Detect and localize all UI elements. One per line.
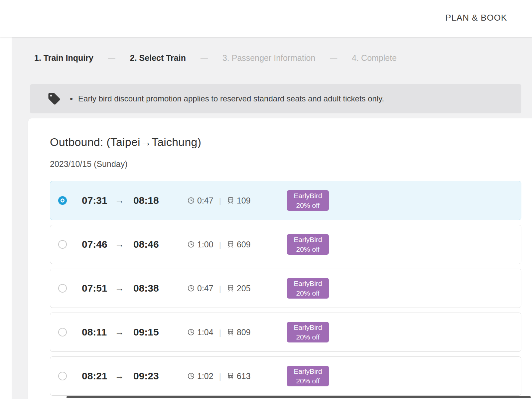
step-complete: 4. Complete xyxy=(352,53,397,63)
badge-line1: EarlyBird xyxy=(287,323,329,332)
train-icon xyxy=(227,329,234,336)
earlybird-badge: EarlyBird 20% off xyxy=(287,190,329,211)
badge-line2: 20% off xyxy=(287,376,329,386)
outbound-results-card: Outbound: (Taipei→Taichung) 2023/10/15 (… xyxy=(28,118,532,399)
badge-line2: 20% off xyxy=(287,244,329,254)
earlybird-badge: EarlyBird 20% off xyxy=(287,234,329,255)
train-meta: 1:04 | 809 xyxy=(187,328,251,337)
train-icon xyxy=(227,197,234,204)
depart-time: 07:46 xyxy=(82,239,107,250)
arrive-time: 09:15 xyxy=(133,327,159,338)
depart-time: 07:51 xyxy=(82,283,107,294)
divider: | xyxy=(219,240,221,249)
plan-and-book-nav[interactable]: PLAN & BOOK xyxy=(445,13,507,23)
clock-icon xyxy=(187,197,195,204)
train-row[interactable]: 08:11 → 09:15 1:04 | 809 EarlyBird 20% o… xyxy=(50,313,521,352)
arrive-time: 08:46 xyxy=(133,239,159,250)
divider: | xyxy=(219,196,221,205)
depart-time: 07:31 xyxy=(82,195,107,206)
promo-notice-banner: • Early bird discount promotion applies … xyxy=(30,84,521,113)
arrow-right-icon: → xyxy=(115,283,124,294)
train-number: 205 xyxy=(237,284,251,293)
duration-text: 0:47 xyxy=(197,284,213,293)
train-radio[interactable] xyxy=(58,196,67,205)
duration-text: 0:47 xyxy=(197,196,213,205)
arrow-right-icon: → xyxy=(115,239,124,250)
duration-text: 1:02 xyxy=(197,371,213,381)
train-radio[interactable] xyxy=(58,372,67,380)
train-number: 609 xyxy=(237,240,251,249)
booking-stepper: 1. Train Inquiry — 2. Select Train — 3. … xyxy=(34,37,532,63)
train-meta: 1:02 | 613 xyxy=(187,371,251,381)
arrow-right-icon: → xyxy=(115,327,124,337)
tag-icon xyxy=(47,92,61,106)
earlybird-badge: EarlyBird 20% off xyxy=(287,366,329,386)
badge-line1: EarlyBird xyxy=(287,279,329,288)
outbound-date: 2023/10/15 (Sunday) xyxy=(50,159,532,169)
depart-time: 08:21 xyxy=(82,370,107,382)
earlybird-badge: EarlyBird 20% off xyxy=(287,322,329,342)
arrive-time: 09:23 xyxy=(133,370,159,382)
train-row[interactable]: 07:51 → 08:38 0:47 | 205 EarlyBird 20% o… xyxy=(50,269,521,308)
horizontal-scrollbar-thumb[interactable] xyxy=(66,396,531,398)
train-radio[interactable] xyxy=(58,240,67,249)
train-icon xyxy=(227,241,234,248)
clock-icon xyxy=(187,285,195,292)
earlybird-badge: EarlyBird 20% off xyxy=(287,278,329,299)
train-meta: 0:47 | 205 xyxy=(187,284,251,293)
train-row[interactable]: 08:21 → 09:23 1:02 | 613 EarlyBird 20% o… xyxy=(50,356,521,396)
train-radio[interactable] xyxy=(58,284,67,293)
depart-time: 08:11 xyxy=(82,327,107,338)
arrive-time: 08:38 xyxy=(133,283,159,294)
train-icon xyxy=(227,372,234,380)
page-background: 1. Train Inquiry — 2. Select Train — 3. … xyxy=(12,37,532,399)
badge-line2: 20% off xyxy=(287,288,329,298)
train-row[interactable]: 07:46 → 08:46 1:00 | 609 EarlyBird 20% o… xyxy=(50,225,521,264)
duration-text: 1:04 xyxy=(197,328,213,337)
badge-line2: 20% off xyxy=(287,332,329,342)
step-train-inquiry[interactable]: 1. Train Inquiry xyxy=(34,53,93,63)
step-separator: — xyxy=(330,54,337,63)
outbound-title: Outbound: (Taipei→Taichung) xyxy=(50,136,532,149)
step-separator: — xyxy=(108,54,115,63)
duration-text: 1:00 xyxy=(197,240,213,249)
badge-line1: EarlyBird xyxy=(287,366,329,376)
train-radio[interactable] xyxy=(58,328,67,336)
clock-icon xyxy=(187,329,195,336)
train-number: 809 xyxy=(237,328,251,337)
arrive-time: 08:18 xyxy=(133,195,159,206)
step-separator: — xyxy=(200,54,208,63)
train-number: 613 xyxy=(237,371,251,381)
arrow-right-icon: → xyxy=(115,195,124,206)
divider: | xyxy=(219,371,221,381)
train-icon xyxy=(227,285,234,292)
train-meta: 0:47 | 109 xyxy=(187,196,251,205)
arrow-right-icon: → xyxy=(115,371,124,381)
train-number: 109 xyxy=(237,196,251,205)
train-list: 07:31 → 08:18 0:47 | 109 EarlyBird 20% o… xyxy=(50,181,532,396)
train-row[interactable]: 07:31 → 08:18 0:47 | 109 EarlyBird 20% o… xyxy=(50,181,521,220)
divider: | xyxy=(219,328,221,337)
train-meta: 1:00 | 609 xyxy=(187,240,251,249)
badge-line2: 20% off xyxy=(287,200,329,210)
step-passenger-information: 3. Passenger Information xyxy=(222,53,315,63)
badge-line1: EarlyBird xyxy=(287,191,329,200)
divider: | xyxy=(219,284,221,293)
badge-line1: EarlyBird xyxy=(287,235,329,244)
notice-bullet: • xyxy=(70,94,73,104)
notice-text: Early bird discount promotion applies to… xyxy=(78,94,384,103)
top-header: PLAN & BOOK xyxy=(0,0,532,37)
clock-icon xyxy=(187,372,195,380)
clock-icon xyxy=(187,241,195,248)
step-select-train[interactable]: 2. Select Train xyxy=(130,53,186,63)
